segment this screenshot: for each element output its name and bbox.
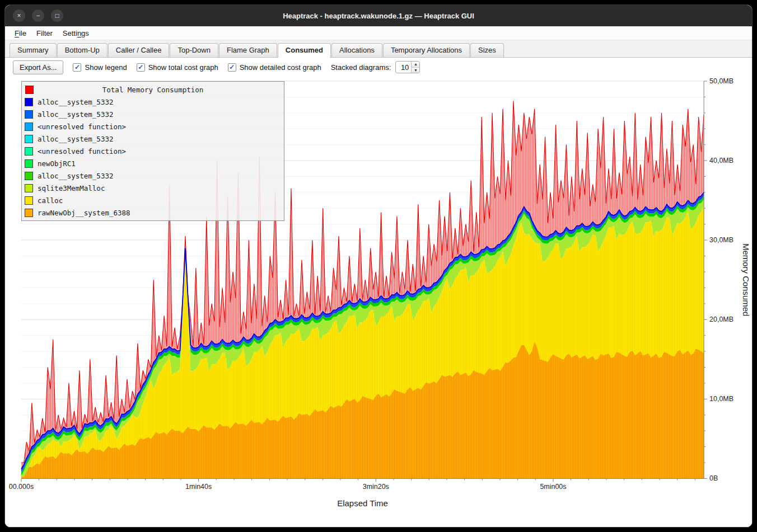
window-title: Heaptrack - heaptrack.wakunode.1.gz — He…	[283, 12, 474, 20]
legend-swatch	[25, 209, 33, 217]
tab-bottom-up[interactable]: Bottom-Up	[57, 43, 108, 57]
legend-entry: alloc__system_5332	[25, 133, 281, 145]
stacked-diagrams-control: Stacked diagrams: 10 ▲ ▼	[331, 61, 420, 73]
legend-swatch	[25, 172, 33, 180]
close-icon: ×	[17, 12, 21, 19]
tab-caller-callee[interactable]: Caller / Callee	[108, 43, 170, 57]
legend-swatch	[25, 98, 33, 106]
checkbox-check-icon[interactable]: ✓	[137, 63, 145, 72]
y-axis-title: Memory Consumed	[741, 243, 751, 316]
x-axis-title: Elapsed Time	[337, 498, 388, 508]
spin-down-icon[interactable]: ▼	[412, 68, 419, 73]
y-tick-label: 30,0MB	[709, 236, 733, 244]
x-tick-label: 3min20s	[363, 483, 389, 491]
window-controls: ×−□	[13, 5, 63, 26]
legend-label: rawNewObj__system_6388	[38, 209, 130, 217]
legend-entry: calloc	[25, 194, 281, 206]
legend-title: Total Memory Consumption	[102, 86, 204, 94]
legend-swatch	[25, 135, 33, 143]
menu-settings[interactable]: Settings	[58, 27, 94, 39]
checkbox-check-icon[interactable]: ✓	[228, 63, 236, 72]
export-as-button[interactable]: Export As...	[13, 60, 63, 74]
checkbox-label: Show detailed cost graph	[240, 63, 321, 72]
tab-sizes[interactable]: Sizes	[470, 43, 504, 57]
checkbox-show-detailed-cost-graph[interactable]: ✓Show detailed cost graph	[228, 63, 321, 72]
maximize-icon: □	[55, 12, 59, 19]
legend-entry: rawNewObj__system_6388	[25, 206, 281, 219]
toolbar: Export As... ✓Show legend✓Show total cos…	[5, 58, 752, 77]
legend-swatch	[25, 147, 33, 156]
tab-consumed[interactable]: Consumed	[278, 43, 331, 58]
y-tick-label: 50,0MB	[709, 77, 733, 85]
y-tick-label: 10,0MB	[709, 395, 733, 403]
close-button[interactable]: ×	[13, 10, 25, 22]
y-tick-label: 40,0MB	[709, 157, 733, 164]
menubar: FileFilterSettings	[5, 26, 752, 40]
x-tick-label: 00.000s	[9, 483, 34, 491]
legend-entry: newObjRC1	[25, 157, 281, 170]
legend-label: calloc	[38, 196, 63, 205]
titlebar: ×−□ Heaptrack - heaptrack.wakunode.1.gz …	[5, 5, 752, 26]
tab-bar: SummaryBottom-UpCaller / CalleeTop-DownF…	[5, 40, 752, 58]
legend-entry: alloc__system_5332	[25, 108, 281, 120]
menu-filter[interactable]: Filter	[31, 27, 58, 39]
menu-file[interactable]: File	[10, 27, 31, 39]
legend-entry: alloc__system_5332	[25, 170, 281, 182]
spin-up-icon[interactable]: ▲	[412, 62, 419, 68]
legend-swatch	[25, 110, 33, 119]
checkbox-show-legend[interactable]: ✓Show legend	[73, 63, 127, 72]
legend-entry: <unresolved function>	[25, 120, 281, 133]
tab-summary[interactable]: Summary	[10, 43, 57, 57]
x-tick-label: 1min40s	[185, 483, 212, 491]
tab-flame-graph[interactable]: Flame Graph	[219, 43, 277, 57]
legend-entry: sqlite3MemMalloc	[25, 182, 281, 194]
y-tick-label: 20,0MB	[709, 316, 733, 323]
tab-allocations[interactable]: Allocations	[331, 43, 382, 57]
minimize-icon: −	[36, 12, 40, 19]
checkbox-check-icon[interactable]: ✓	[73, 63, 81, 72]
legend-title-row: Total Memory Consumption	[25, 83, 281, 96]
legend-label: <unresolved function>	[38, 147, 126, 156]
legend-label: <unresolved function>	[38, 123, 126, 131]
minimize-button[interactable]: −	[32, 10, 44, 22]
checkbox-label: Show legend	[85, 63, 127, 72]
legend-label: alloc__system_5332	[38, 110, 113, 119]
x-tick-label: 5min00s	[540, 483, 566, 491]
stacked-diagrams-spinbox[interactable]: 10 ▲ ▼	[395, 61, 420, 73]
legend-swatch	[25, 159, 33, 168]
legend-label: alloc__system_5332	[38, 172, 113, 180]
legend-entry: <unresolved function>	[25, 145, 281, 157]
legend-swatch	[25, 196, 33, 205]
legend-label: newObjRC1	[38, 159, 76, 168]
app-window: ×−□ Heaptrack - heaptrack.wakunode.1.gz …	[4, 4, 753, 528]
memory-chart-area[interactable]: 00.000s1min40s3min20s5min00s0B10,0MB20,0…	[5, 77, 752, 527]
legend-swatch	[25, 184, 33, 192]
checkbox-show-total-cost-graph[interactable]: ✓Show total cost graph	[137, 63, 218, 72]
maximize-button[interactable]: □	[51, 10, 63, 22]
chart-legend: Total Memory Consumption alloc__system_5…	[21, 81, 284, 221]
legend-label: alloc__system_5332	[38, 98, 113, 106]
legend-title-swatch	[25, 86, 34, 94]
legend-entry: alloc__system_5332	[25, 96, 281, 108]
legend-label: alloc__system_5332	[38, 135, 113, 143]
stacked-diagrams-value[interactable]: 10	[396, 62, 411, 73]
y-tick-label: 0B	[709, 474, 718, 482]
checkbox-group: ✓Show legend✓Show total cost graph✓Show …	[73, 63, 321, 72]
tab-temporary-allocations[interactable]: Temporary Allocations	[383, 43, 470, 57]
stacked-diagrams-label: Stacked diagrams:	[331, 63, 391, 72]
tab-top-down[interactable]: Top-Down	[170, 43, 218, 57]
legend-label: sqlite3MemMalloc	[38, 184, 105, 192]
legend-swatch	[25, 123, 33, 131]
checkbox-label: Show total cost graph	[148, 63, 218, 72]
spinner-arrows: ▲ ▼	[411, 62, 419, 73]
